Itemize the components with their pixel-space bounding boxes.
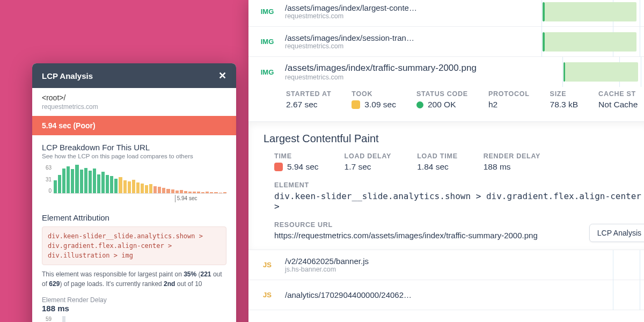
metric-label: CACHE ST bbox=[598, 90, 638, 98]
resource-type-badge: IMG bbox=[257, 8, 277, 16]
attribution-selector: div.keen-slider__slide.analytics.shown >… bbox=[42, 226, 226, 265]
metric-label: TIME bbox=[274, 152, 319, 160]
lcp-histogram: 63 31 0 5.94 sec bbox=[42, 165, 226, 202]
metric-value: 200 OK bbox=[428, 100, 456, 109]
metric-label: SIZE bbox=[550, 90, 579, 98]
breakdown-title: LCP Breakdown For This URL bbox=[42, 143, 226, 152]
resource-metrics: STARTED AT 2.67 sec TOOK 3.09 sec STATUS… bbox=[248, 87, 644, 118]
render-delay-label: Element Render Delay bbox=[42, 296, 226, 304]
resource-type-badge: JS bbox=[257, 261, 277, 269]
resource-host: js.hs-banner.com bbox=[285, 266, 532, 273]
hist-marker: 5.94 sec bbox=[175, 195, 197, 202]
element-selector: div.keen-slider__slide.analytics.shown >… bbox=[274, 191, 644, 211]
metric-label: LOAD TIME bbox=[417, 152, 458, 160]
render-histogram: 59 0 188 ms bbox=[42, 316, 226, 322]
metric-value: h2 bbox=[488, 100, 530, 109]
timing-bar bbox=[539, 280, 644, 310]
resource-type-badge: JS bbox=[257, 291, 277, 299]
lcp-analysis-button[interactable]: LCP Analysis bbox=[589, 224, 644, 242]
timing-bar bbox=[539, 0, 644, 27]
metric-label: LOAD DELAY bbox=[345, 152, 392, 160]
resource-host: requestmetrics.com bbox=[285, 42, 532, 50]
metric-value: 5.94 sec bbox=[287, 162, 319, 172]
lcp-analysis-panel: LCP Analysis ✕ <root>/ requestmetrics.co… bbox=[32, 63, 236, 322]
lcp-heading: Largest Contentful Paint bbox=[264, 133, 644, 145]
attribution-section: Element Attribution div.keen-slider__sli… bbox=[32, 206, 236, 322]
close-icon[interactable]: ✕ bbox=[218, 70, 226, 82]
timing-bar bbox=[539, 27, 644, 57]
resource-type-badge: IMG bbox=[257, 68, 277, 76]
breakdown-section: LCP Breakdown For This URL See how the L… bbox=[32, 135, 236, 206]
metric-value: 188 ms bbox=[484, 162, 540, 172]
metric-label: STARTED AT bbox=[286, 90, 331, 98]
resource-row[interactable]: JS /v2/24062025/banner.js js.hs-banner.c… bbox=[248, 250, 644, 280]
metric-value: 78.3 kB bbox=[550, 100, 579, 109]
resource-row[interactable]: IMG /assets/images/index/largest-conte… … bbox=[248, 0, 644, 27]
status-color-icon bbox=[352, 100, 360, 109]
timing-bar bbox=[539, 250, 644, 280]
metric-value: 2.67 sec bbox=[286, 100, 331, 109]
metric-value: 1.7 sec bbox=[345, 162, 392, 172]
breadcrumb-host: requestmetrics.com bbox=[42, 103, 226, 111]
breadcrumb-root: <root>/ bbox=[42, 93, 65, 102]
resource-path: /assets/images/index/largest-conte… bbox=[285, 3, 532, 12]
resource-url-label: RESOURCE URL bbox=[274, 221, 644, 229]
metric-label: TOOK bbox=[352, 90, 396, 98]
resource-host: requestmetrics.com bbox=[285, 74, 553, 81]
resource-row[interactable]: JS /analytics/1702904400000/24062… bbox=[248, 280, 644, 310]
lcp-score-value: 5.94 sec (Poor) bbox=[42, 121, 96, 130]
metric-value: Not Cache bbox=[598, 100, 638, 109]
status-dot-icon bbox=[416, 101, 423, 108]
resource-host: requestmetrics.com bbox=[285, 12, 532, 20]
panel-header: LCP Analysis ✕ bbox=[32, 63, 236, 88]
resource-path: /v2/24062025/banner.js bbox=[285, 257, 532, 266]
resource-row-expanded[interactable]: IMG /assets/images/index/traffic-summary… bbox=[248, 57, 644, 250]
resource-path: /assets/images/index/session-tran… bbox=[285, 33, 532, 42]
attribution-title: Element Attribution bbox=[42, 213, 226, 222]
metric-label: PROTOCOL bbox=[488, 90, 530, 98]
lcp-detail-card: Largest Contentful Paint TIME 5.94 sec L… bbox=[248, 121, 644, 250]
hist2-y-max: 59 bbox=[42, 316, 52, 322]
lcp-score-bar: 5.94 sec (Poor) bbox=[32, 116, 236, 135]
hist-bars bbox=[54, 165, 226, 194]
status-color-icon bbox=[274, 163, 283, 171]
resource-row[interactable]: IMG /assets/images/index/session-tran… r… bbox=[248, 27, 644, 57]
breakdown-subtitle: See how the LCP on this page load compar… bbox=[42, 153, 226, 159]
timing-bar bbox=[561, 57, 644, 87]
metric-label: STATUS CODE bbox=[416, 90, 468, 98]
hist-y-mid: 31 bbox=[42, 177, 52, 182]
render-delay-value: 188 ms bbox=[42, 304, 226, 313]
metric-label: RENDER DELAY bbox=[484, 152, 540, 160]
attribution-description: This element was responsible for largest… bbox=[42, 269, 226, 289]
waterfall-panel: IMG /assets/images/index/largest-conte… … bbox=[248, 0, 644, 322]
element-label: ELEMENT bbox=[274, 181, 644, 189]
panel-title: LCP Analysis bbox=[42, 71, 93, 80]
breadcrumb: <root>/ requestmetrics.com bbox=[32, 88, 236, 111]
resource-url: https://requestmetrics.com/assets/images… bbox=[274, 231, 644, 240]
hist2-bars bbox=[54, 316, 226, 322]
resource-type-badge: IMG bbox=[257, 38, 277, 46]
hist-y-min: 0 bbox=[42, 188, 52, 194]
resource-path: /assets/images/index/traffic-summary-200… bbox=[285, 63, 553, 74]
metric-value: 1.84 sec bbox=[417, 162, 458, 172]
resource-path: /analytics/1702904400000/24062… bbox=[285, 290, 532, 299]
hist-y-max: 63 bbox=[42, 165, 52, 171]
metric-value: 3.09 sec bbox=[364, 100, 396, 109]
